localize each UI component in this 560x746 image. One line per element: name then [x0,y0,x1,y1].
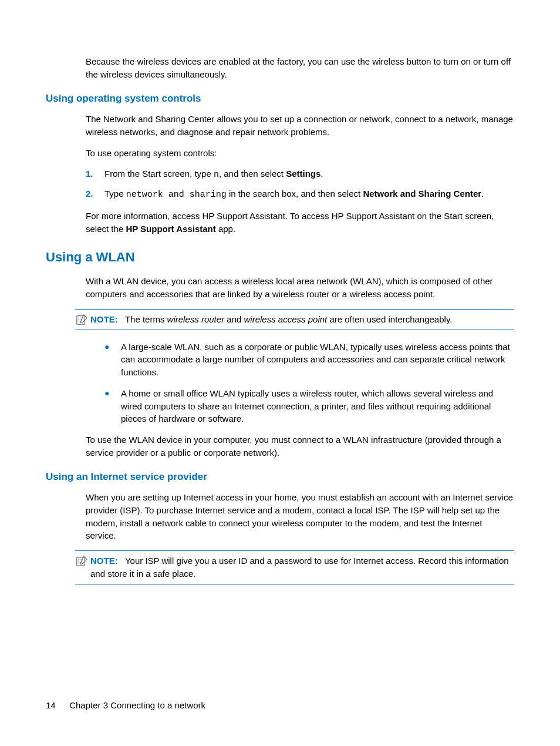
text: The terms [125,314,167,324]
wlan-p2: To use the WLAN device in your computer,… [86,434,514,459]
os-controls-p2: To use operating system controls: [86,147,514,160]
wlan-bullets: ● A large-scale WLAN, such as a corporat… [86,341,514,426]
note-label: NOTE: [90,314,118,324]
page-number: 14 [46,699,67,712]
step-body: From the Start screen, type n, and then … [104,167,514,182]
text: . [481,189,484,199]
note-label: NOTE: [90,556,118,566]
intro-paragraph: Because the wireless devices are enabled… [86,55,514,81]
os-controls-steps: 1. From the Start screen, type n, and th… [86,167,514,201]
note-text: NOTE: The terms wireless router and wire… [90,313,514,326]
list-item: 2. Type network and sharing in the searc… [86,187,514,201]
note-box: NOTE: The terms wireless router and wire… [75,309,514,330]
svg-rect-4 [77,557,85,566]
wlan-p1: With a WLAN device, you can access a wir… [86,275,514,301]
list-item: ● A home or small office WLAN typically … [104,387,514,425]
os-controls-p3: For more information, access HP Support … [86,210,514,236]
bullet-icon: ● [104,341,121,379]
heading-using-wlan: Using a WLAN [46,248,514,267]
text: , and then select [219,169,286,179]
italic-text: wireless router [167,314,225,324]
list-item: 1. From the Start screen, type n, and th… [86,167,514,182]
text: and [224,314,244,324]
text: Type [104,189,126,199]
os-controls-p1: The Network and Sharing Center allows yo… [86,113,514,139]
bold-text: HP Support Assistant [126,224,215,234]
chapter-title: Chapter 3 Connecting to a network [69,700,205,710]
bold-text: Network and Sharing Center [363,189,481,199]
step-number: 2. [86,187,104,201]
step-body: Type network and sharing in the search b… [104,187,514,201]
text: are often used interchangeably. [327,314,452,324]
bullet-body: A large-scale WLAN, such as a corporate … [121,341,514,379]
italic-text: wireless access point [244,314,328,324]
heading-os-controls: Using operating system controls [46,92,514,106]
note-box: NOTE: Your ISP will give you a user ID a… [75,550,514,584]
note-icon [75,555,88,567]
bold-text: Settings [286,169,321,179]
bullet-body: A home or small office WLAN typically us… [121,387,514,425]
text: . [321,169,323,179]
svg-rect-0 [77,315,85,324]
page-footer: 14 Chapter 3 Connecting to a network [46,699,205,712]
code-text: network and sharing [126,190,227,200]
bullet-icon: ● [104,387,121,425]
code-text: n [214,170,219,180]
text: From the Start screen, type [104,169,214,179]
step-number: 1. [86,167,104,182]
note-icon [75,314,88,325]
isp-p1: When you are setting up Internet access … [86,491,514,542]
note-text: NOTE: Your ISP will give you a user ID a… [90,555,514,580]
text: app. [216,224,235,234]
text: in the search box, and then select [227,189,363,199]
list-item: ● A large-scale WLAN, such as a corporat… [104,341,514,379]
text: Your ISP will give you a user ID and a p… [90,556,509,579]
heading-isp: Using an Internet service provider [46,470,514,485]
